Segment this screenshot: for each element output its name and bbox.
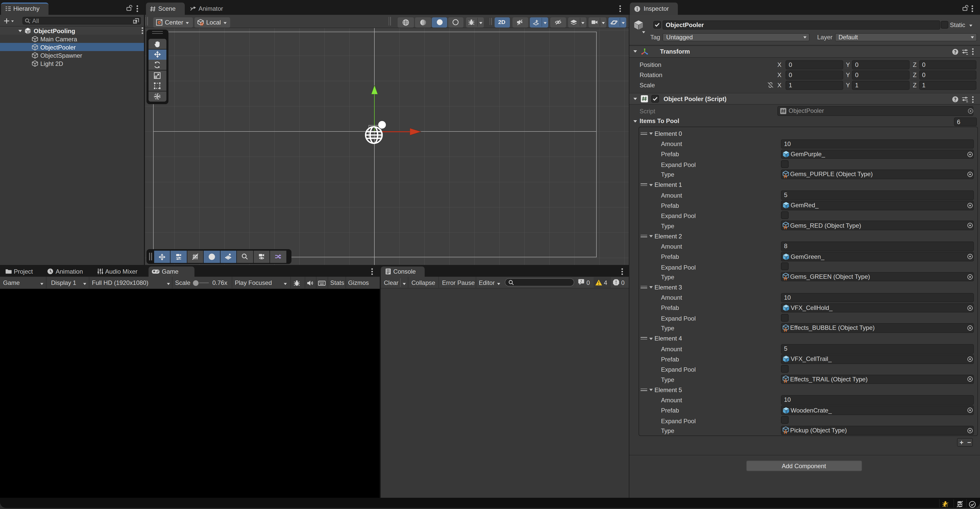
svg-text:{}: {} (783, 430, 787, 434)
svg-text:{}: {} (783, 225, 787, 229)
svg-text:{}: {} (783, 328, 787, 332)
svg-text:{}: {} (783, 174, 787, 178)
svg-text:{}: {} (783, 277, 787, 280)
svg-text:{}: {} (783, 379, 787, 383)
